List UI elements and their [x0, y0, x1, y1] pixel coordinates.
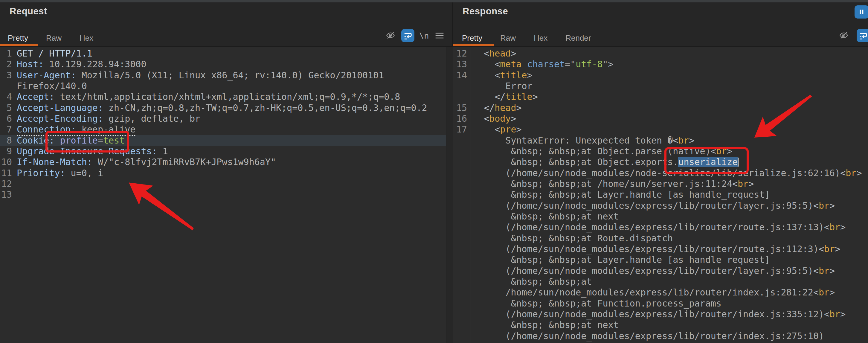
code-line: &nbsp; &nbsp;at Layer.handle [as handle_… [473, 189, 770, 200]
code-token [473, 92, 495, 102]
code-token: < [824, 309, 830, 319]
code-token: > [856, 168, 862, 178]
code-row[interactable]: (/home/sun/node_modules/express/lib/rout… [453, 222, 868, 233]
code-line: User-Agent: Mozilla/5.0 (X11; Linux x86_… [17, 70, 384, 81]
code-line: &nbsp; &nbsp;at Function.process_params [473, 298, 721, 309]
code-line: Host: 10.129.228.94:3000 [17, 59, 146, 69]
code-token [473, 59, 495, 69]
code-line: &nbsp; &nbsp;at [473, 276, 592, 287]
code-row[interactable]: 10If-None-Match: W/"c-8lfvj2TmiRRvB7K+JP… [0, 157, 446, 167]
code-token: &nbsp; &nbsp;at Function.process_params [473, 298, 721, 309]
code-token: &nbsp; &nbsp;at Layer.handle [as handle_… [473, 254, 770, 265]
code-row[interactable]: (/home/sun/node_modules/express/lib/rout… [453, 200, 868, 211]
code-row[interactable]: 13 [0, 189, 446, 200]
code-token: zh-CN,zh;q=0.8,zh-TW;q=0.7,zh-HK;q=0.5,e… [103, 102, 427, 113]
request-tab-hex[interactable]: Hex [80, 33, 93, 46]
code-token: < [495, 70, 500, 81]
code-token: > [830, 200, 835, 211]
code-token: Accept-Language: [17, 102, 103, 113]
response-active-tab-underline [453, 44, 494, 46]
code-row[interactable]: 4Accept: text/html,application/xhtml+xml… [0, 92, 446, 102]
request-tab-raw[interactable]: Raw [46, 33, 62, 46]
line-number: 8 [0, 135, 14, 146]
code-token: 1 [157, 146, 168, 156]
code-line: <meta charset="utf-8"> [473, 59, 614, 69]
code-row[interactable]: (/home/sun/node_modules/express/lib/rout… [453, 266, 868, 276]
code-line: </title> [473, 92, 538, 102]
code-row[interactable]: 12 <head> [453, 48, 868, 59]
code-row[interactable]: &nbsp; &nbsp;at [453, 276, 868, 287]
line-number: 11 [0, 168, 14, 179]
code-row[interactable]: 5Accept-Language: zh-CN,zh;q=0.8,zh-TW;q… [0, 102, 446, 113]
request-eye-off-icon[interactable] [385, 30, 396, 41]
code-token: (/home/sun/node_modules/express/lib/rout… [473, 266, 813, 276]
request-scrollbar[interactable] [446, 47, 453, 343]
code-row[interactable]: &nbsp; &nbsp;at Function.process_params [453, 298, 868, 309]
code-token: (/home/sun/node_modules/express/lib/rout… [473, 331, 824, 341]
code-row[interactable]: &nbsp; &nbsp;at Object.exports.unseriali… [453, 157, 868, 167]
code-line: GET / HTTP/1.1 [17, 48, 92, 59]
code-row[interactable]: 14 <title> [453, 70, 868, 81]
code-line: <pre> [473, 124, 522, 134]
code-row[interactable]: (/home/sun/node_modules/express/lib/rout… [453, 331, 868, 342]
response-eye-off-icon[interactable] [838, 30, 849, 41]
code-token: br [830, 222, 840, 232]
code-token: =" [565, 59, 576, 69]
request-menu-button[interactable] [434, 31, 445, 40]
code-row[interactable]: 6Accept-Encoding: gzip, deflate, br [0, 113, 446, 124]
code-token: < [813, 287, 819, 298]
code-token: If-None-Match: [17, 157, 92, 167]
code-line: &nbsp; &nbsp;at Route.dispatch [473, 233, 673, 243]
code-token: > [511, 48, 516, 59]
response-word-wrap-button[interactable] [857, 29, 868, 42]
code-token [473, 113, 484, 124]
code-row[interactable]: &nbsp; &nbsp;at Object.parse (native)<br… [453, 146, 868, 157]
code-line: Accept: text/html,application/xhtml+xml,… [17, 92, 400, 102]
code-token: &nbsp; &nbsp;at next [473, 320, 619, 330]
code-token: < [673, 135, 678, 146]
response-tab-hex[interactable]: Hex [534, 33, 548, 46]
code-token [473, 124, 495, 134]
code-token: </ [495, 342, 505, 343]
code-token: br [845, 168, 856, 178]
code-row[interactable]: 13 <meta charset="utf-8"> [453, 59, 868, 70]
code-row[interactable]: (/home/sun/node_modules/node-serialize/l… [453, 168, 868, 179]
code-row[interactable]: &nbsp; &nbsp;at next [453, 211, 868, 222]
code-token: > [840, 309, 845, 319]
response-tab-raw[interactable]: Raw [500, 33, 516, 46]
code-row[interactable]: Firefox/140.0 [0, 81, 446, 92]
code-row[interactable]: &nbsp; &nbsp;at Layer.handle [as handle_… [453, 189, 868, 200]
line-number: 3 [0, 70, 14, 81]
line-number: 13 [453, 59, 471, 70]
code-row[interactable]: /home/sun/node_modules/express/lib/route… [453, 287, 868, 298]
code-row[interactable]: (/home/sun/node_modules/express/lib/rout… [453, 244, 868, 254]
request-word-wrap-button[interactable] [401, 29, 414, 42]
code-token: head [495, 102, 516, 113]
code-row[interactable]: &nbsp; &nbsp;at Route.dispatch [453, 233, 868, 244]
response-tab-render[interactable]: Render [565, 33, 591, 46]
code-row[interactable]: &nbsp; &nbsp;at /home/sun/server.js:11:2… [453, 179, 868, 189]
code-row[interactable]: 3User-Agent: Mozilla/5.0 (X11; Linux x86… [0, 70, 446, 81]
code-token: > [830, 266, 835, 276]
code-line: (/home/sun/node_modules/express/lib/rout… [473, 309, 845, 319]
code-row[interactable]: &nbsp; &nbsp;at Layer.handle [as handle_… [453, 254, 868, 265]
code-row[interactable]: SyntaxError: Unexpected token �<br> [453, 135, 868, 146]
request-editor[interactable]: 1GET / HTTP/1.12Host: 10.129.228.94:3000… [0, 47, 446, 343]
code-token: </ [495, 92, 505, 102]
code-token: GET / HTTP/1.1 [17, 48, 92, 59]
code-row[interactable]: 17 <pre> [453, 124, 868, 135]
code-token: charset [527, 59, 565, 69]
code-row[interactable]: 1GET / HTTP/1.1 [0, 48, 446, 59]
code-row[interactable]: 12 [0, 179, 446, 189]
code-row[interactable]: 11Priority: u=0, i [0, 168, 446, 179]
code-row[interactable]: (/home/sun/node_modules/express/lib/rout… [453, 309, 868, 320]
code-row[interactable]: &nbsp; &nbsp;at next [453, 320, 868, 331]
code-token: meta [500, 59, 522, 69]
code-token: (/home/sun/node_modules/express/lib/rout… [473, 222, 824, 232]
code-row[interactable]: 2Host: 10.129.228.94:3000 [0, 59, 446, 70]
code-token [522, 59, 527, 69]
newline-toggle-icon[interactable]: \n [419, 31, 429, 40]
code-row[interactable]: </pre> [453, 342, 868, 343]
response-pause-button[interactable] [855, 5, 868, 19]
code-line: &nbsp; &nbsp;at next [473, 320, 619, 330]
